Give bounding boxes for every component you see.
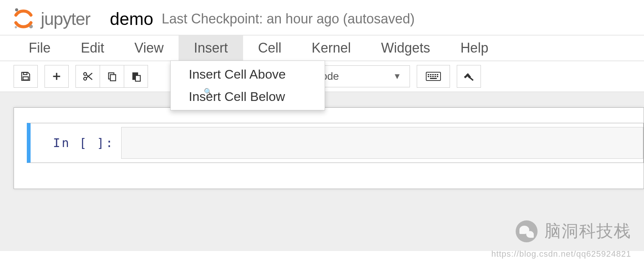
plus-icon [51,71,62,82]
notebook-name[interactable]: demo [110,9,153,29]
chevron-down-icon: ▼ [393,71,401,81]
menu-widgets[interactable]: Widgets [366,36,445,60]
menu-insert[interactable]: Insert [179,36,243,60]
svg-rect-4 [23,77,28,80]
menu-help[interactable]: Help [445,36,504,60]
svg-rect-15 [430,74,431,75]
wechat-icon [516,220,538,242]
svg-point-2 [15,26,17,28]
copy-button[interactable] [100,65,124,88]
svg-rect-23 [437,76,438,77]
menu-cell[interactable]: Cell [243,36,297,60]
menu-view[interactable]: View [119,36,179,60]
input-prompt: In [ ]: [31,123,121,163]
svg-rect-17 [434,74,436,75]
svg-point-0 [15,8,18,11]
insert-dropdown: Insert Cell Above Insert Cell Below [170,60,325,110]
paste-button[interactable] [124,65,148,88]
menubar: File Edit View Insert Cell Kernel Widget… [0,36,644,61]
svg-rect-24 [430,78,437,79]
save-icon [20,71,31,82]
jupyter-logo-icon [11,7,35,31]
paste-icon [131,71,141,82]
svg-rect-27 [468,76,474,81]
gavel-button[interactable] [457,65,481,88]
cut-button[interactable] [75,65,100,88]
command-palette-button[interactable] [417,65,450,88]
code-input-area[interactable] [121,127,643,159]
gavel-icon [463,71,475,82]
svg-rect-19 [428,76,429,77]
save-button[interactable] [14,65,38,88]
svg-rect-12 [136,76,140,81]
svg-rect-3 [23,73,27,75]
insert-cell-above[interactable]: Insert Cell Above [171,63,325,85]
svg-rect-16 [432,74,434,75]
watermark: 脑洞科技栈 [516,220,631,242]
keyboard-icon [426,72,441,81]
checkpoint-status: Last Checkpoint: an hour ago (autosaved) [162,11,414,27]
svg-rect-20 [430,76,431,77]
svg-rect-10 [110,74,116,81]
svg-rect-21 [432,76,434,77]
notebook-container: In [ ]: [14,107,644,189]
add-cell-button[interactable] [45,65,69,88]
jupyter-logo-text: jupyter [41,9,90,29]
menu-kernel[interactable]: Kernel [297,36,366,60]
watermark-url: https://blog.csdn.net/qq625924821 [491,249,631,259]
insert-cell-below[interactable]: Insert Cell Below [171,85,325,108]
menu-edit[interactable]: Edit [66,36,119,60]
jupyter-logo[interactable]: jupyter [11,7,90,31]
svg-rect-22 [434,76,436,77]
menu-file[interactable]: File [14,36,66,60]
svg-rect-14 [428,74,429,75]
notebook-header: jupyter demo Last Checkpoint: an hour ag… [0,0,644,36]
code-cell[interactable]: In [ ]: [27,123,644,163]
copy-icon [107,71,117,82]
svg-rect-18 [437,74,438,75]
scissors-icon [82,71,94,82]
watermark-text: 脑洞科技栈 [544,220,631,242]
